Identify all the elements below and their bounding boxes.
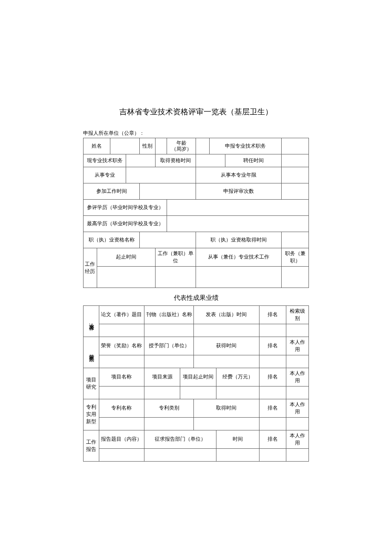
major-value [126, 167, 196, 183]
patents-col4: 排名 [259, 399, 286, 417]
honors-col1: 荣誉（奖励）名称 [99, 337, 144, 355]
patents-val3 [194, 417, 259, 430]
work-history-col2: 工作（兼职）单位 [156, 248, 196, 266]
patents-val4 [259, 417, 286, 430]
honors-title: 荣誉奖励 [84, 337, 99, 368]
patents-title: 专利实用新型 [84, 399, 99, 430]
patents-col5: 本人作用 [286, 399, 309, 417]
projects-col3: 项目起止时间 [180, 368, 216, 386]
review-count-label: 申报评审次数 [196, 183, 282, 199]
papers-val4 [259, 324, 286, 337]
reports-val4 [259, 448, 286, 461]
qual-time-label: 取得资格时间 [156, 154, 196, 167]
projects-val1 [99, 386, 144, 399]
work-history-title: 工作经历 [84, 248, 97, 288]
papers-val5 [286, 324, 309, 337]
projects-val4 [216, 386, 259, 399]
reports-val1 [99, 448, 144, 461]
projects-col2: 项目来源 [144, 368, 180, 386]
reports-val2 [144, 448, 216, 461]
document-title: 吉林省专业技术资格评审一览表（基层卫生） [83, 107, 309, 117]
projects-val6 [286, 386, 309, 399]
gender-label: 性别 [140, 138, 156, 154]
projects-title-text: 项目研究 [86, 377, 96, 390]
gender-value [156, 138, 167, 154]
current-position-value [126, 154, 156, 167]
appoint-time-value [282, 154, 309, 167]
work-history-val4 [282, 266, 309, 288]
reports-title: 工作报告 [84, 430, 99, 461]
papers-title-text: 论文著作 [88, 319, 95, 323]
major-years-label: 从事本专业年限 [196, 167, 282, 183]
reports-col2: 征求报告部门（单位） [144, 430, 216, 448]
honors-col5: 本人作用 [286, 337, 309, 355]
honors-col4: 排名 [259, 337, 286, 355]
reports-title-text: 工作报告 [86, 439, 96, 452]
patents-val5 [286, 417, 309, 430]
qual-obtain-time-label: 职（执）业资格取得时间 [196, 232, 282, 248]
honors-title-text: 荣誉奖励 [88, 350, 95, 354]
header-line: 申报人所在单位（公章）： [83, 130, 309, 137]
major-label: 从事专业 [84, 167, 126, 183]
age-label-1: 年龄 [176, 140, 187, 146]
apply-position-value [282, 138, 309, 154]
work-history-col3: 从事（兼任）专业技术工作 [196, 248, 282, 266]
work-start-value [140, 183, 196, 199]
papers-val1 [99, 324, 144, 337]
reports-val3 [216, 448, 259, 461]
projects-col5: 排名 [259, 368, 286, 386]
honors-val2 [144, 355, 193, 368]
work-history-title-text: 工作经历 [85, 261, 95, 274]
work-history-col1: 起止时间 [97, 248, 156, 266]
appoint-time-label: 聘任时间 [225, 154, 282, 167]
work-history-val1 [97, 266, 156, 288]
apply-position-label: 申报专业技术职务 [210, 138, 282, 154]
projects-val5 [259, 386, 286, 399]
papers-val3 [194, 324, 259, 337]
projects-val2 [144, 386, 180, 399]
papers-col3: 发表（出版）时间 [194, 305, 259, 324]
achievements-table: 论文著作 论文（著作）题目 刊物（出版社）名称 发表（出版）时间 排名 检索级别… [83, 305, 309, 462]
honors-val4 [259, 355, 286, 368]
projects-title: 项目研究 [84, 368, 99, 399]
reports-col3: 时间 [216, 430, 259, 448]
qual-name-label: 职（执）业资格名称 [84, 232, 140, 248]
reports-val5 [286, 448, 309, 461]
applicant-info-table: 姓名 性别 年龄 （周岁） 申报专业技术职务 现专业技术职务 取得资格时间 聘任… [83, 138, 309, 288]
patents-col1: 专利名称 [99, 399, 144, 417]
qual-obtain-time-value [282, 232, 309, 248]
current-position-label: 现专业技术职务 [84, 154, 126, 167]
papers-col2: 刊物（出版社）名称 [144, 305, 193, 324]
honors-val3 [194, 355, 259, 368]
edu-highest-value [167, 215, 308, 232]
work-history-col4: 职务（兼职） [282, 248, 309, 266]
age-label: 年龄 （周岁） [167, 138, 196, 154]
projects-col6: 本人作用 [286, 368, 309, 386]
honors-col2: 授予部门（单位） [144, 337, 193, 355]
age-label-2: （周岁） [171, 146, 192, 152]
patents-title-text: 专利实用新型 [86, 404, 96, 424]
name-value [110, 138, 140, 154]
projects-col1: 项目名称 [99, 368, 144, 386]
papers-val2 [144, 324, 193, 337]
section-header: 代表性成果业绩 [83, 294, 309, 302]
patents-val1 [99, 417, 144, 430]
work-start-label: 参加工作时间 [84, 183, 140, 199]
papers-col4: 排名 [259, 305, 286, 324]
edu-review-value [167, 199, 308, 215]
edu-highest-label: 最高学历（毕业时间学校及专业） [84, 215, 167, 232]
major-years-value [282, 167, 309, 183]
patents-col2: 专利类别 [144, 399, 193, 417]
patents-col3: 取得时间 [194, 399, 259, 417]
papers-col1: 论文（著作）题目 [99, 305, 144, 324]
qual-time-value [196, 154, 225, 167]
papers-col5: 检索级别 [286, 305, 309, 324]
honors-val1 [99, 355, 144, 368]
name-label: 姓名 [84, 138, 110, 154]
papers-title: 论文著作 [84, 305, 99, 337]
projects-val3 [180, 386, 216, 399]
work-history-val3 [196, 266, 282, 288]
work-history-val2 [156, 266, 196, 288]
reports-col1: 报告题目（内容） [99, 430, 144, 448]
reports-col4: 排名 [259, 430, 286, 448]
